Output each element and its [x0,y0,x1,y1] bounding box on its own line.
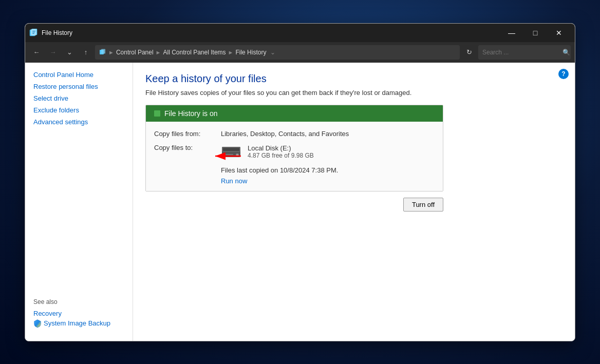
last-copied-section: Files last copied on 10/8/2024 7:38 PM. … [221,166,435,185]
close-button[interactable]: ✕ [547,24,571,42]
help-icon[interactable]: ? [558,69,569,79]
copy-files-from-value: Libraries, Desktop, Contacts, and Favori… [221,130,349,138]
app-icon [29,29,38,37]
status-title: File History is on [164,109,217,118]
search-box[interactable]: 🔍 [478,45,571,60]
action-row: Turn off [145,198,443,212]
sidebar-item-restore-personal-files[interactable]: Restore personal files [25,81,133,92]
breadcrumb-file-history[interactable]: File History [235,49,266,56]
sidebar-bottom: See also Recovery [25,292,133,335]
page-description: File History saves copies of your files … [145,89,563,97]
copy-files-to-label: Copy files to: [154,144,221,151]
refresh-button[interactable]: ↻ [462,45,476,60]
back-button[interactable]: ← [29,45,44,60]
last-copied-text: Files last copied on 10/8/2024 7:38 PM. [221,166,435,174]
content-panel: ? Keep a history of your files File Hist… [133,63,575,341]
system-image-backup-label: System Image Backup [44,319,110,327]
file-history-window: File History — □ ✕ ← → ⌄ ↑ ► Control Pan… [25,23,575,341]
sidebar-item-system-image-backup[interactable]: System Image Backup [33,318,124,329]
drive-icon [221,144,241,160]
status-body: Copy files from: Libraries, Desktop, Con… [146,122,443,191]
svg-rect-10 [223,148,239,151]
svg-rect-5 [32,33,34,34]
breadcrumb-sep-3: ► [228,49,234,55]
svg-rect-7 [101,49,105,53]
shield-icon [33,319,42,328]
see-also-label: See also [33,298,124,305]
sidebar-item-exclude-folders[interactable]: Exclude folders [25,104,133,116]
drive-info: Local Disk (E:) 4.87 GB free of 9.98 GB [221,144,314,160]
run-now-link[interactable]: Run now [221,177,247,185]
svg-rect-14 [223,156,230,157]
drive-name: Local Disk (E:) [248,144,314,152]
title-bar: File History — □ ✕ [25,24,575,42]
window-title: File History [42,29,500,36]
breadcrumb-bar: ► Control Panel ► All Control Panel Item… [95,45,460,60]
search-icon: 🔍 [563,49,570,56]
svg-point-12 [237,154,238,156]
breadcrumb-sep-1: ► [108,49,114,55]
breadcrumb-dropdown-chevron[interactable]: ⌄ [270,49,275,56]
breadcrumb-sep-2: ► [156,49,161,55]
svg-rect-13 [223,154,233,155]
page-title: Keep a history of your files [145,73,563,85]
sidebar-item-advanced-settings[interactable]: Advanced settings [25,116,133,128]
minimize-button[interactable]: — [500,24,523,42]
window-controls: — □ ✕ [500,24,571,42]
sidebar-item-select-drive[interactable]: Select drive [25,92,133,104]
turn-off-button[interactable]: Turn off [403,198,443,212]
sidebar-item-control-panel-home[interactable]: Control Panel Home [25,69,133,81]
search-input[interactable] [482,49,559,56]
status-indicator [154,110,160,117]
up-button[interactable]: ↑ [79,45,93,60]
maximize-button[interactable]: □ [523,24,547,42]
drive-space: 4.87 GB free of 9.98 GB [248,152,314,159]
main-content: Control Panel Home Restore personal file… [25,63,575,341]
breadcrumb-control-panel[interactable]: Control Panel [116,49,154,56]
drive-details: Local Disk (E:) 4.87 GB free of 9.98 GB [248,144,314,159]
forward-button[interactable]: → [46,45,60,60]
svg-rect-3 [32,31,35,31]
recovery-label: Recovery [33,310,62,317]
status-box: File History is on Copy files from: Libr… [145,105,443,191]
breadcrumb-icon [99,49,106,56]
recent-locations-button[interactable]: ⌄ [62,45,77,60]
breadcrumb-all-items[interactable]: All Control Panel Items [163,49,226,56]
sidebar: Control Panel Home Restore personal file… [25,63,133,341]
status-header: File History is on [146,105,443,122]
copy-files-from-label: Copy files from: [154,130,221,138]
copy-files-from-row: Copy files from: Libraries, Desktop, Con… [154,130,435,138]
copy-files-to-row: Copy files to: [154,144,435,160]
address-bar: ← → ⌄ ↑ ► Control Panel ► All Control Pa… [25,42,575,63]
svg-rect-4 [32,32,35,32]
sidebar-item-recovery[interactable]: Recovery [33,309,124,318]
